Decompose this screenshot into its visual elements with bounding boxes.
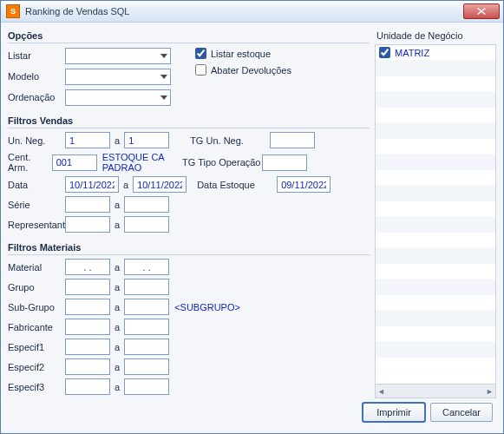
rep-label: Representante: [8, 220, 65, 230]
unidade-title: Unidade de Negócio: [375, 28, 496, 44]
espec1-to[interactable]: [124, 339, 169, 355]
data-estoque-input[interactable]: [277, 176, 331, 193]
espec2-from[interactable]: [65, 358, 110, 375]
list-item[interactable]: [376, 342, 495, 358]
h-scrollbar[interactable]: ◄ ►: [376, 384, 495, 398]
tg-un-neg-label: TG Un. Neg.: [190, 135, 270, 146]
imprimir-button[interactable]: Imprimir: [363, 403, 425, 422]
close-button[interactable]: [463, 3, 500, 19]
window-title: Ranking de Vendas SQL: [25, 6, 463, 16]
list-item[interactable]: [376, 123, 495, 139]
espec1-from[interactable]: [65, 339, 110, 355]
unidade-list[interactable]: MATRIZ: [375, 44, 496, 398]
modelo-select[interactable]: [65, 69, 171, 85]
grupo-to[interactable]: [124, 279, 169, 295]
grupo-label: Grupo: [8, 282, 65, 293]
espec2-label: Especif2: [8, 362, 65, 372]
list-item[interactable]: [376, 61, 495, 76]
fabricante-from[interactable]: [65, 319, 110, 335]
cancelar-button[interactable]: Cancelar: [430, 403, 493, 422]
cent-arm-desc: ESTOQUE CA PADRAO: [102, 152, 182, 173]
espec1-label: Especif1: [8, 342, 65, 352]
material-from[interactable]: [65, 259, 110, 275]
sep-a-m7: a: [115, 382, 120, 392]
sep-a-m4: a: [115, 322, 120, 332]
material-label: Material: [8, 262, 65, 273]
sep-a-m5: a: [115, 342, 120, 352]
filtros-vendas-title: Filtros Vendas: [8, 113, 370, 128]
app-icon: S: [6, 4, 20, 18]
list-item[interactable]: [376, 170, 495, 186]
list-item[interactable]: [376, 139, 495, 155]
list-item[interactable]: [376, 76, 495, 92]
subgrupo-from[interactable]: [65, 299, 110, 315]
fabricante-label: Fabricante: [8, 322, 65, 332]
tg-tipo-input[interactable]: [262, 155, 307, 171]
group-opcoes: Opções Listar Modelo: [8, 28, 370, 109]
list-item[interactable]: [376, 217, 495, 233]
list-item[interactable]: [376, 233, 495, 248]
sep-a: a: [115, 135, 120, 146]
espec3-label: Especif3: [8, 382, 65, 392]
espec3-to[interactable]: [124, 378, 169, 395]
data-estoque-label: Data Estoque: [197, 180, 277, 190]
unidade-check[interactable]: [379, 47, 390, 58]
sep-a-4: a: [115, 220, 120, 230]
fabricante-to[interactable]: [124, 319, 169, 335]
chevron-left-icon[interactable]: ◄: [377, 387, 385, 396]
list-item[interactable]: [376, 279, 495, 295]
list-item[interactable]: [376, 155, 495, 170]
listar-label: Listar: [8, 50, 65, 61]
filtros-mat-title: Filtros Materiais: [8, 240, 370, 255]
chk-listar-estoque-input[interactable]: [195, 48, 206, 59]
un-neg-to[interactable]: [124, 132, 169, 148]
chevron-right-icon[interactable]: ►: [486, 387, 494, 396]
left-column: Opções Listar Modelo: [8, 28, 370, 398]
orden-select[interactable]: [65, 89, 171, 106]
list-item[interactable]: [376, 108, 495, 123]
list-item[interactable]: [376, 201, 495, 217]
chk-abater[interactable]: Abater Devoluções: [195, 64, 291, 76]
sep-a-m2: a: [115, 282, 120, 293]
list-item[interactable]: [376, 311, 495, 326]
chk-abater-input[interactable]: [195, 64, 206, 76]
list-item[interactable]: [376, 326, 495, 342]
material-to[interactable]: [124, 259, 169, 275]
subgrupo-to[interactable]: [124, 299, 169, 315]
un-neg-from[interactable]: [65, 132, 110, 148]
serie-label: Série: [8, 200, 65, 210]
cent-arm-label: Cent. Arm.: [8, 152, 52, 173]
group-filtros-materiais: Filtros Materiais Material a Grupo a: [8, 240, 370, 398]
data-from[interactable]: [65, 176, 119, 193]
data-label: Data: [8, 180, 65, 190]
serie-to[interactable]: [124, 196, 169, 213]
rep-to[interactable]: [124, 216, 169, 233]
espec3-from[interactable]: [65, 378, 110, 395]
tg-tipo-label: TG Tipo Operação: [182, 157, 262, 168]
grupo-from[interactable]: [65, 279, 110, 295]
list-item[interactable]: [376, 358, 495, 373]
chk-listar-estoque[interactable]: Listar estoque: [195, 48, 291, 59]
list-item[interactable]: [376, 295, 495, 311]
content: Opções Listar Modelo: [1, 23, 503, 433]
chk-abater-label: Abater Devoluções: [211, 65, 291, 76]
unidade-item-label: MATRIZ: [395, 48, 429, 58]
subgrupo-label: Sub-Grupo: [8, 302, 65, 312]
modelo-label: Modelo: [8, 71, 65, 82]
serie-from[interactable]: [65, 196, 110, 213]
espec2-to[interactable]: [124, 358, 169, 375]
sep-a-m1: a: [115, 262, 120, 273]
listar-select[interactable]: [65, 48, 171, 64]
titlebar: S Ranking de Vendas SQL: [1, 1, 503, 23]
footer: Imprimir Cancelar: [8, 398, 496, 426]
list-item[interactable]: [376, 186, 495, 201]
sep-a-2: a: [123, 180, 128, 190]
cent-arm-input[interactable]: [52, 155, 97, 171]
data-to[interactable]: [133, 176, 187, 193]
list-item[interactable]: [376, 92, 495, 108]
list-item[interactable]: MATRIZ: [376, 45, 495, 61]
tg-un-neg-input[interactable]: [270, 132, 315, 148]
rep-from[interactable]: [65, 216, 110, 233]
list-item[interactable]: [376, 248, 495, 264]
list-item[interactable]: [376, 264, 495, 279]
